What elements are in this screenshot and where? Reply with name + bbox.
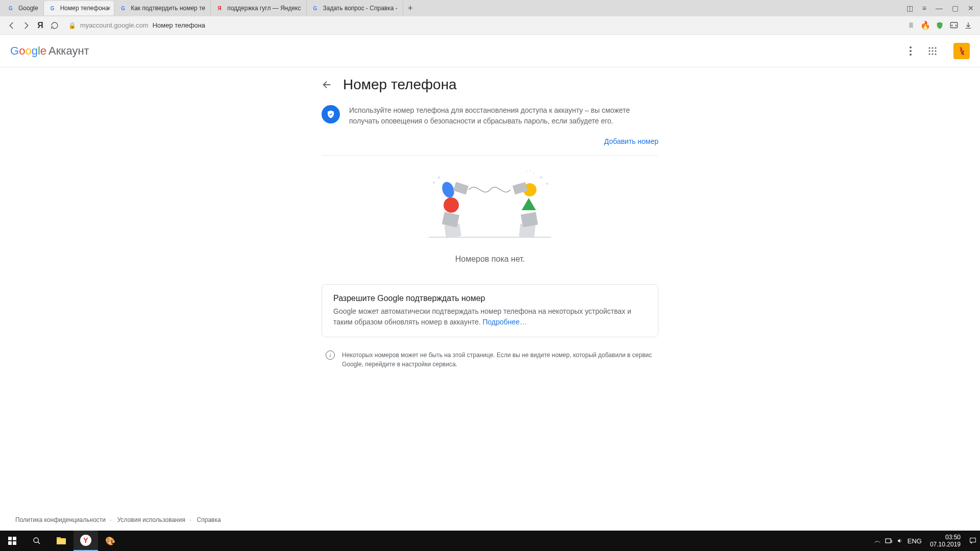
note-text: Некоторых номеров может не быть на этой … [342, 350, 654, 369]
svg-point-24 [438, 177, 440, 179]
app-header: Google Аккаунт [0, 35, 980, 67]
extension-feedback-icon[interactable] [949, 21, 959, 30]
favicon-google: G [312, 5, 319, 12]
svg-point-12 [935, 53, 936, 55]
google-apps-icon[interactable] [928, 46, 937, 56]
svg-point-5 [932, 47, 933, 48]
svg-point-6 [935, 47, 936, 48]
svg-line-28 [526, 170, 528, 172]
tab-yandex-support[interactable]: Я поддержка гугл — Яндекс [211, 1, 306, 15]
terms-link[interactable]: Условия использования [117, 516, 185, 523]
tray-volume-icon[interactable] [896, 538, 903, 544]
favicon-yandex: Я [216, 5, 223, 12]
tray-language[interactable]: ENG [908, 537, 922, 545]
svg-rect-37 [57, 537, 61, 539]
info-icon: i [326, 350, 335, 360]
google-logo[interactable]: Google [10, 44, 46, 58]
info-text: Используйте номер телефона для восстанов… [349, 105, 658, 127]
tab-phone-number[interactable]: G Номер телефона × [44, 1, 114, 15]
shield-icon [322, 105, 340, 123]
more-options-icon[interactable] [910, 46, 912, 56]
yandex-home-icon[interactable]: Я [36, 21, 45, 30]
tab-google[interactable]: G Google [2, 1, 44, 15]
paint-button[interactable]: 🎨 [98, 531, 122, 551]
browser-menu-icon[interactable]: ≡ [922, 4, 926, 12]
maximize-window-icon[interactable]: ▢ [952, 4, 959, 12]
favicon-google: G [7, 5, 14, 12]
account-label: Аккаунт [48, 44, 89, 58]
svg-point-4 [928, 47, 930, 48]
page-back-icon[interactable] [322, 79, 333, 90]
svg-rect-16 [442, 212, 460, 228]
svg-point-9 [935, 50, 936, 52]
favicon-google: G [119, 5, 127, 12]
new-tab-button[interactable]: + [403, 3, 418, 14]
tray-notifications-icon[interactable] [969, 537, 977, 545]
extension-shield-icon[interactable] [935, 21, 944, 30]
svg-marker-19 [522, 198, 536, 210]
svg-rect-32 [13, 537, 16, 540]
close-window-icon[interactable]: ✕ [968, 4, 974, 12]
privacy-link[interactable]: Политика конфиденциальности [15, 516, 106, 523]
tray-network-icon[interactable] [885, 538, 892, 544]
windows-taskbar: Y 🎨 ︿ ENG 03:50 07.10.2019 [0, 531, 980, 551]
verify-card: Разрешите Google подтверждать номер Goog… [322, 284, 658, 337]
tab-label: поддержка гугл — Яндекс [227, 5, 301, 12]
svg-point-35 [34, 538, 38, 542]
browser-tab-strip: G Google G Номер телефона × G Как подтве… [0, 0, 980, 16]
page-title: Номер телефона [343, 77, 457, 93]
learn-more-link[interactable]: Подробнее… [483, 318, 527, 326]
footer-note: i Некоторых номеров может не быть на это… [322, 348, 658, 371]
divider [322, 155, 658, 156]
svg-rect-34 [13, 541, 16, 545]
empty-state-text: Номеров пока нет. [322, 255, 658, 264]
svg-rect-22 [453, 182, 469, 194]
forward-icon[interactable] [21, 21, 31, 30]
navigation-bar: Я 🔒 myaccount.google.com Номер телефона … [0, 16, 980, 35]
file-explorer-button[interactable] [49, 531, 74, 551]
svg-rect-31 [8, 537, 12, 540]
downloads-icon[interactable] [964, 21, 973, 30]
svg-point-8 [932, 50, 933, 52]
avatar[interactable] [953, 43, 970, 59]
bookmarks-panel-icon[interactable]: ◫ [906, 4, 913, 12]
tray-chevron-icon[interactable]: ︿ [874, 536, 881, 545]
tab-label: Как подтвердить номер те [131, 5, 205, 12]
svg-point-3 [910, 54, 912, 56]
back-icon[interactable] [7, 21, 16, 30]
minimize-window-icon[interactable]: — [936, 4, 943, 12]
address-title: Номер телефона [153, 21, 205, 29]
svg-rect-39 [970, 538, 976, 542]
card-title: Разрешите Google подтверждать номер [333, 294, 647, 303]
svg-point-7 [928, 50, 930, 52]
start-button[interactable] [0, 531, 24, 551]
reload-icon[interactable] [50, 21, 59, 30]
address-bar[interactable]: 🔒 myaccount.google.com Номер телефона [64, 20, 209, 30]
card-body: Google может автоматически подтверждать … [333, 306, 647, 328]
search-button[interactable] [24, 531, 49, 551]
svg-rect-33 [8, 541, 12, 545]
favicon-google: G [49, 5, 56, 12]
svg-point-26 [540, 177, 542, 179]
svg-point-27 [546, 183, 548, 185]
yandex-browser-button[interactable]: Y [74, 531, 98, 551]
lock-icon: 🔒 [68, 22, 76, 29]
tab-label: Google [18, 5, 38, 12]
extension-fire-icon[interactable]: 🔥 [921, 21, 930, 30]
tray-clock[interactable]: 03:50 07.10.2019 [926, 534, 965, 548]
page-content: Номер телефона Используйте номер телефон… [0, 67, 980, 371]
tab-confirm-number[interactable]: G Как подтвердить номер те [114, 1, 211, 15]
close-tab-icon[interactable]: × [107, 4, 111, 12]
svg-rect-0 [950, 22, 958, 28]
address-domain: myaccount.google.com [80, 21, 149, 29]
svg-line-29 [530, 169, 531, 171]
bookmark-icon[interactable] [906, 21, 916, 30]
help-link[interactable]: Справка [197, 516, 221, 523]
tab-ask-question[interactable]: G Задать вопрос - Справка - [307, 1, 403, 15]
svg-point-10 [928, 53, 930, 55]
svg-line-30 [533, 172, 535, 173]
svg-point-11 [932, 53, 933, 55]
svg-rect-17 [521, 212, 538, 228]
add-number-link[interactable]: Добавить номер [604, 137, 658, 145]
tab-label: Задать вопрос - Справка - [323, 5, 398, 12]
